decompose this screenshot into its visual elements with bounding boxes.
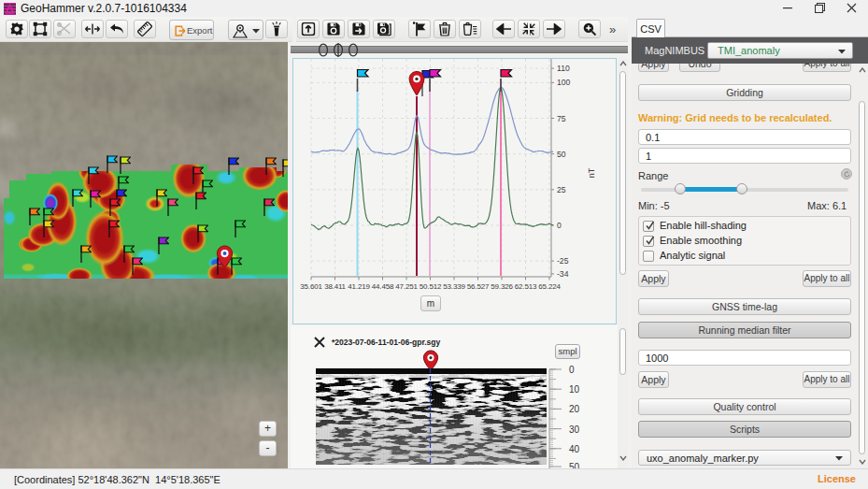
svg-text:41.219: 41.219 (348, 282, 370, 291)
svg-text:110: 110 (557, 64, 570, 73)
svg-text:30: 30 (569, 424, 580, 435)
svg-text:62.513: 62.513 (515, 282, 537, 291)
svg-text:100: 100 (557, 78, 571, 87)
svg-text:47.251: 47.251 (395, 282, 418, 291)
svg-text:50: 50 (557, 150, 566, 159)
svg-text:20: 20 (569, 404, 580, 414)
svg-text:53.339: 53.339 (443, 282, 465, 291)
svg-text:35.601: 35.601 (300, 282, 322, 291)
svg-text:38.411: 38.411 (324, 282, 346, 291)
svg-text:50: 50 (569, 462, 580, 468)
svg-text:65.224: 65.224 (538, 282, 561, 291)
svg-text:44.458: 44.458 (372, 282, 394, 291)
svg-text:75: 75 (557, 114, 566, 123)
svg-text:-25: -25 (557, 256, 569, 266)
svg-text:40: 40 (569, 444, 580, 454)
svg-text:0: 0 (569, 365, 575, 375)
svg-text:nT: nT (587, 167, 596, 178)
svg-text:25: 25 (557, 185, 566, 194)
svg-text:59.326: 59.326 (491, 282, 513, 291)
svg-text:50.512: 50.512 (420, 282, 442, 291)
svg-text:10: 10 (569, 384, 580, 395)
svg-text:56.527: 56.527 (467, 282, 490, 291)
svg-text:0: 0 (557, 221, 562, 230)
svg-text:-34: -34 (557, 269, 569, 279)
